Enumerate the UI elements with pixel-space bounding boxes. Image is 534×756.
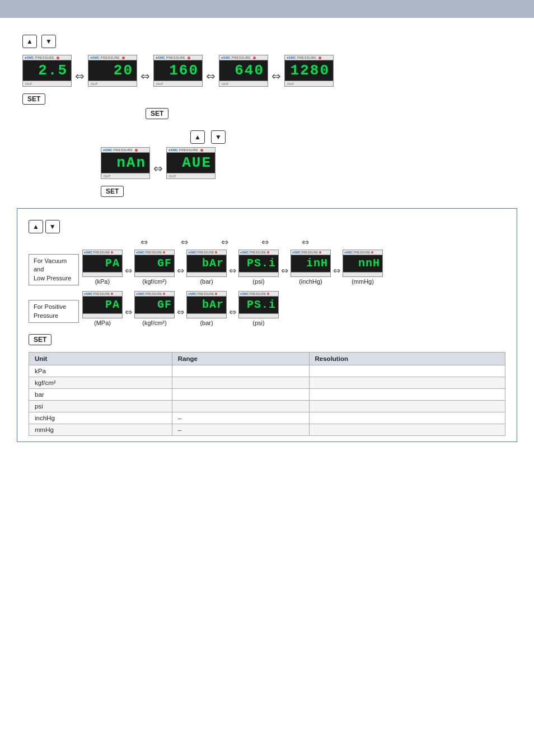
arrow-v4: ⇔ <box>279 265 291 276</box>
lcd-digits-sm-psi: PS.i <box>247 258 276 269</box>
smc-logo-sm-bar: ●SMC <box>188 251 197 254</box>
pressure-text-sm-kgf: PRESSURE <box>146 251 162 254</box>
lcd-footer-3: OUT <box>153 81 203 87</box>
set-button-1[interactable]: SET <box>22 93 45 105</box>
out-text-1: OUT <box>25 82 32 86</box>
table-cell: kPa <box>29 365 172 377</box>
down-button-3[interactable]: ▼ <box>45 220 60 233</box>
lcd-sm-mpa: ●SMC PRESSURE PA <box>82 291 123 318</box>
led-dot-sm-pkgf <box>163 293 165 295</box>
table-header-resolution: Resolution <box>309 353 505 365</box>
out-text-2: OUT <box>91 82 98 86</box>
lcd-header-sm-mmhg: ●SMC PRESSURE <box>343 250 383 255</box>
lcd-digits-sm-kgf: GF <box>157 258 172 269</box>
table-cell <box>309 401 505 412</box>
lcd-sm-bar: ●SMC PRESSURE bAr <box>186 250 227 277</box>
table-row: mmHg– <box>29 424 505 436</box>
lcd-sm-mmhg: ●SMC PRESSURE nnH <box>343 250 383 277</box>
table-row: kPa <box>29 365 505 377</box>
led-dot-sm-bar <box>215 251 217 253</box>
lcd-digits-sm-pkgf: GF <box>157 299 172 311</box>
lcd-body-sm-mmhg: nnH <box>343 255 383 273</box>
up-button-3[interactable]: ▲ <box>29 220 43 233</box>
table-cell: inchHg <box>29 412 172 424</box>
lcd-digits-sm-kpa: PA <box>105 258 120 269</box>
lcd-footer-sm-kpa <box>82 273 123 277</box>
lcd-digits-2: 20 <box>114 63 133 78</box>
arrow-top-2: ⇔ <box>164 237 204 247</box>
led-dot-5 <box>318 57 321 59</box>
lcd-digits-sm-inh: inH <box>306 258 328 269</box>
arrow-v1: ⇔ <box>123 265 134 276</box>
pressure-text-nan: PRESSURE <box>114 148 133 152</box>
lcd-digits-sm-bar: bAr <box>202 258 224 269</box>
smc-logo-1: ●SMC <box>25 56 34 59</box>
vacuum-display-psi: ●SMC PRESSURE PS.i (psi) <box>238 250 279 285</box>
table-row: kgf/cm² <box>29 377 505 389</box>
led-dot-aue <box>200 149 203 152</box>
section-nan-aue: ▲ ▼ ●SMC PRESSURE nAn OUT ⇔ ●SMC PRESS <box>0 130 534 197</box>
set-button-2[interactable]: SET <box>101 186 124 197</box>
lcd-body-2: 20 <box>88 60 137 81</box>
table-header-unit: Unit <box>29 353 172 365</box>
lcd-footer-sm-ppsi <box>238 314 279 318</box>
lcd-header-aue: ●SMC PRESSURE <box>166 147 216 152</box>
out-text-3: OUT <box>156 82 163 86</box>
lcd-footer-2: OUT <box>88 81 137 87</box>
vacuum-display-kpa: ●SMC PRESSURE PA (kPa) <box>82 250 123 285</box>
lcd-body-5: 1280 <box>284 60 334 81</box>
table-cell <box>172 365 309 377</box>
arrow-p1: ⇔ <box>123 307 134 317</box>
lcd-header-sm-pkgf: ●SMC PRESSURE <box>134 291 175 296</box>
lcd-digits-sm-ppsi: PS.i <box>247 299 276 311</box>
lcd-digits-1: 2.5 <box>38 63 68 78</box>
lcd-sm-inh: ●SMC PRESSURE inH <box>291 250 331 277</box>
smc-logo-sm-ppsi: ●SMC <box>240 292 249 295</box>
arrow-1-2: ⇔ <box>72 69 88 83</box>
out-text-aue: OUT <box>169 175 176 178</box>
lcd-body-sm-mpa: PA <box>82 296 123 314</box>
smc-logo-4: ●SMC <box>221 56 231 59</box>
bordered-section: ▲ ▼ ⇔ ⇔ ⇔ ⇔ ⇔ For Vacuum andLow Pressure… <box>17 208 517 442</box>
table-cell <box>309 424 505 436</box>
arrow-nan-aue: ⇔ <box>150 162 166 175</box>
pressure-text-sm-mpa: PRESSURE <box>93 292 110 295</box>
pressure-text-sm-pkgf: PRESSURE <box>146 292 162 295</box>
display-row-2: ●SMC PRESSURE nAn OUT ⇔ ●SMC PRESSURE AU… <box>101 147 512 179</box>
pos-display-mpa: ●SMC PRESSURE PA (MPa) <box>82 291 123 326</box>
table-row: psi <box>29 401 505 412</box>
lcd-footer-sm-pkgf <box>134 314 175 318</box>
table-header-range: Range <box>172 353 309 365</box>
smc-logo-sm-kpa: ●SMC <box>84 251 93 254</box>
unit-label-psi: (psi) <box>252 278 264 285</box>
unit-label-kgf: (kgf/cm²) <box>142 278 166 285</box>
lcd-footer-sm-inh <box>291 273 331 277</box>
pressure-text-3: PRESSURE <box>166 56 185 59</box>
lcd-body-sm-pbar: bAr <box>186 296 227 314</box>
lcd-footer-5: OUT <box>284 81 334 87</box>
table-cell: bar <box>29 389 172 401</box>
up-button[interactable]: ▲ <box>22 35 37 48</box>
lcd-footer-sm-kgf <box>134 273 175 277</box>
lcd-body-4: 640 <box>219 60 268 81</box>
set-button-3[interactable]: SET <box>29 334 51 345</box>
smc-logo-2: ●SMC <box>90 56 100 59</box>
down-button-2[interactable]: ▼ <box>211 130 226 144</box>
table-cell <box>172 377 309 389</box>
table-cell <box>309 389 505 401</box>
pos-display-psi: ●SMC PRESSURE PS.i (psi) <box>238 291 279 326</box>
smc-logo-sm-pkgf: ●SMC <box>136 292 145 295</box>
lcd-header-4: ●SMC PRESSURE <box>219 55 268 60</box>
out-text-5: OUT <box>287 82 294 86</box>
lcd-sm-pbar: ●SMC PRESSURE bAr <box>186 291 227 318</box>
down-button[interactable]: ▼ <box>41 35 56 48</box>
up-button-2[interactable]: ▲ <box>190 130 205 144</box>
unit-label-pbar: (bar) <box>200 320 213 326</box>
lcd-digits-nan: nAn <box>116 156 146 170</box>
table-cell <box>309 365 505 377</box>
lcd-footer-1: OUT <box>22 81 72 87</box>
table-cell: – <box>172 412 309 424</box>
arrow-p2: ⇔ <box>175 307 186 317</box>
set-button-1b[interactable]: SET <box>146 108 168 119</box>
lcd-display-3: ●SMC PRESSURE 160 OUT <box>153 55 203 87</box>
